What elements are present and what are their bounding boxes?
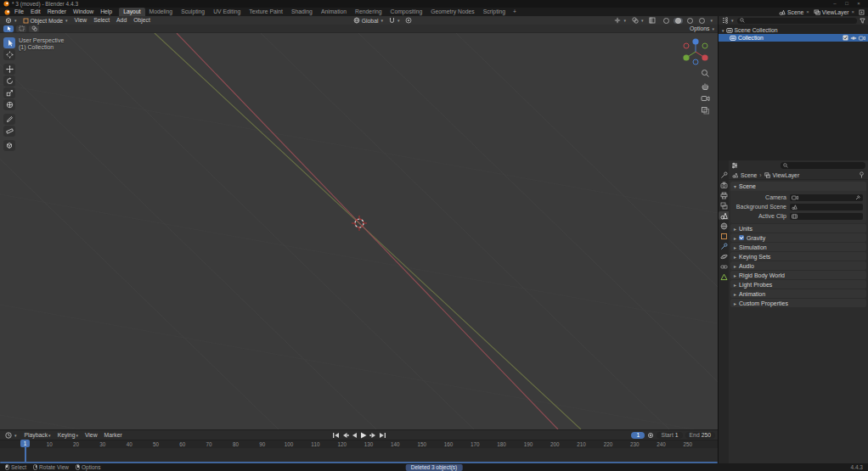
viewport-canvas[interactable] bbox=[0, 33, 718, 429]
outliner-row-scene-collection[interactable]: ▾ Scene Collection bbox=[719, 26, 868, 34]
pan-hand-icon[interactable] bbox=[701, 81, 710, 91]
view-layer-selector[interactable]: ViewLayer × bbox=[814, 9, 855, 15]
gizmo-x-neg[interactable] bbox=[684, 43, 689, 48]
view-layer-unlink-icon[interactable]: × bbox=[850, 9, 855, 14]
transform-orientation-dropdown[interactable]: Global▾ bbox=[351, 17, 386, 24]
menu-window[interactable]: Window bbox=[70, 8, 97, 16]
gizmo-z-axis[interactable] bbox=[692, 38, 698, 44]
editor-type-selector[interactable]: ▾ bbox=[3, 17, 20, 24]
new-view-layer-icon[interactable] bbox=[859, 9, 865, 15]
select-mode-extend-icon[interactable] bbox=[29, 25, 39, 32]
close-button[interactable]: × bbox=[853, 0, 865, 8]
scene-unlink-icon[interactable]: × bbox=[805, 9, 810, 14]
frame-start-field[interactable]: Start1 bbox=[657, 432, 682, 439]
workspace-tab-layout[interactable]: Layout bbox=[119, 8, 144, 16]
hide-eye-icon[interactable] bbox=[850, 36, 857, 41]
tool-select-box[interactable] bbox=[3, 37, 15, 48]
properties-editor-icon[interactable] bbox=[731, 162, 738, 169]
breadcrumb-scene[interactable]: Scene bbox=[741, 172, 757, 178]
workspace-tab-rendering[interactable]: Rendering bbox=[351, 8, 386, 16]
panel-keying-sets[interactable]: ▸Keying Sets bbox=[730, 252, 866, 261]
exclude-checkbox-icon[interactable] bbox=[843, 35, 848, 41]
background-scene-field[interactable] bbox=[790, 204, 863, 210]
menu-help[interactable]: Help bbox=[97, 8, 116, 16]
outliner-row-collection[interactable]: Collection bbox=[719, 34, 868, 42]
tool-rotate[interactable] bbox=[3, 76, 15, 87]
shading-material-button[interactable] bbox=[687, 18, 693, 24]
tool-move[interactable] bbox=[3, 64, 15, 75]
menu-edit[interactable]: Edit bbox=[27, 8, 44, 16]
properties-search-input[interactable] bbox=[781, 162, 865, 169]
viewport-menu-object[interactable]: Object bbox=[130, 16, 154, 25]
viewport-menu-add[interactable]: Add bbox=[113, 16, 130, 25]
viewport-menu-select[interactable]: Select bbox=[90, 16, 113, 25]
panel-light-probes[interactable]: ▸Light Probes bbox=[730, 280, 866, 289]
panel-simulation[interactable]: ▸Simulation bbox=[730, 243, 866, 251]
workspace-tab-modeling[interactable]: Modeling bbox=[145, 8, 178, 16]
mode-dropdown[interactable]: Object Mode▾ bbox=[20, 18, 70, 24]
shading-wireframe-button[interactable] bbox=[663, 18, 669, 24]
panel-rigid-body-world[interactable]: ▸Rigid Body World bbox=[730, 271, 866, 279]
zoom-icon[interactable] bbox=[701, 69, 710, 78]
tab-object-data[interactable] bbox=[719, 272, 729, 281]
outliner-search-input[interactable] bbox=[737, 18, 857, 24]
timeline-menu-keying[interactable]: Keying▾ bbox=[54, 431, 82, 440]
tool-add-cube[interactable] bbox=[3, 140, 15, 151]
tab-render[interactable] bbox=[719, 181, 729, 189]
previous-keyframe-button[interactable] bbox=[341, 431, 349, 439]
workspace-tab-uv-editing[interactable]: UV Editing bbox=[209, 8, 245, 16]
expand-icon[interactable]: ▾ bbox=[722, 28, 724, 33]
auto-keying-icon[interactable] bbox=[647, 432, 654, 439]
gizmo-y-axis[interactable] bbox=[683, 54, 689, 60]
menu-render[interactable]: Render bbox=[44, 8, 70, 16]
tab-physics[interactable] bbox=[719, 252, 729, 261]
proportional-edit-toggle[interactable] bbox=[403, 17, 414, 24]
tab-tool[interactable] bbox=[719, 171, 729, 179]
gizmo-x-axis[interactable] bbox=[702, 54, 707, 60]
playhead-frame-label[interactable]: 1 bbox=[20, 440, 30, 447]
gizmos-dropdown[interactable]: ▾ bbox=[612, 17, 628, 24]
frame-end-field[interactable]: End250 bbox=[685, 432, 715, 439]
eyedropper-icon[interactable] bbox=[855, 194, 861, 200]
play-reverse-button[interactable] bbox=[351, 431, 358, 439]
panel-units[interactable]: ▸Units bbox=[730, 224, 866, 233]
tool-cursor[interactable] bbox=[3, 49, 15, 60]
tab-modifiers[interactable] bbox=[719, 242, 729, 250]
snap-toggle[interactable]: ▾ bbox=[386, 17, 403, 24]
workspace-tab-compositing[interactable]: Compositing bbox=[386, 8, 426, 16]
menu-file[interactable]: File bbox=[11, 8, 27, 16]
workspace-tab-texture-paint[interactable]: Texture Paint bbox=[245, 8, 287, 16]
workspace-tab-shading[interactable]: Shading bbox=[287, 8, 317, 16]
tool-measure[interactable] bbox=[3, 126, 15, 137]
timeline-ruler[interactable]: 1020304050607080901001101201301401501601… bbox=[0, 440, 718, 448]
gizmo-y-neg[interactable] bbox=[702, 43, 707, 48]
navigation-gizmo[interactable] bbox=[679, 35, 713, 69]
tool-transform[interactable] bbox=[3, 99, 15, 110]
jump-to-start-button[interactable] bbox=[332, 431, 340, 439]
workspace-tab-scripting[interactable]: Scripting bbox=[479, 8, 510, 16]
tab-world[interactable] bbox=[719, 221, 729, 230]
outliner-editor-type-selector[interactable]: ▾ bbox=[721, 17, 735, 24]
checkbox-gravity[interactable] bbox=[739, 235, 744, 240]
panel-custom-properties[interactable]: ▸Custom Properties bbox=[730, 299, 866, 307]
select-mode-new-icon[interactable] bbox=[16, 25, 26, 32]
timeline-channels[interactable] bbox=[0, 448, 718, 462]
tab-view-layer[interactable] bbox=[719, 201, 729, 210]
overlays-dropdown[interactable]: ▾ bbox=[629, 17, 646, 24]
filter-icon[interactable] bbox=[860, 18, 865, 24]
tab-constraints[interactable] bbox=[719, 262, 729, 271]
workspace-tab-geometry-nodes[interactable]: Geometry Nodes bbox=[426, 8, 478, 16]
workspace-tab-sculpting[interactable]: Sculpting bbox=[177, 8, 209, 16]
viewport-options-dropdown[interactable]: Options ▾ bbox=[690, 25, 714, 31]
tab-scene[interactable] bbox=[719, 211, 729, 220]
timeline-menu-playback[interactable]: Playback▾ bbox=[21, 431, 54, 440]
current-frame-field[interactable]: 1 bbox=[631, 432, 645, 439]
viewport-menu-view[interactable]: View bbox=[71, 16, 91, 25]
disable-render-camera-icon[interactable] bbox=[859, 36, 865, 41]
minimize-button[interactable]: – bbox=[829, 0, 841, 8]
jump-to-end-button[interactable] bbox=[379, 431, 386, 439]
tool-scale[interactable] bbox=[3, 87, 15, 98]
next-keyframe-button[interactable] bbox=[369, 431, 377, 439]
camera-view-icon[interactable] bbox=[701, 94, 710, 103]
panel-gravity[interactable]: ▸Gravity bbox=[730, 233, 866, 242]
